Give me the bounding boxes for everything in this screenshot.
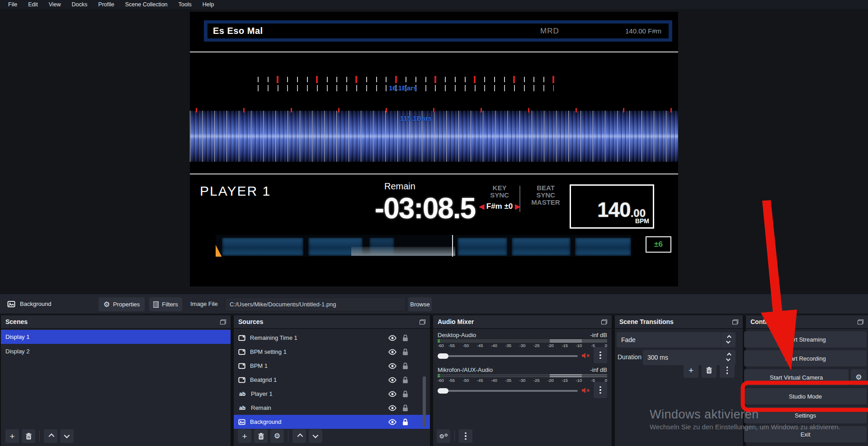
volume-slider-handle[interactable] (438, 353, 448, 359)
settings-button[interactable]: Settings (744, 407, 867, 423)
trash-icon (26, 433, 32, 440)
transition-select[interactable]: Fade (617, 332, 736, 347)
window-capture-icon (238, 362, 245, 370)
source-row[interactable]: ab Remain (234, 401, 430, 415)
source-down-button[interactable] (309, 429, 322, 443)
add-scene-button[interactable]: + (5, 429, 19, 443)
popout-icon[interactable] (420, 319, 425, 324)
advanced-audio-button[interactable]: ⚙⚙ (437, 429, 450, 443)
popout-icon[interactable] (732, 319, 738, 324)
dock-area: Scenes Display 1 Display 2 + (0, 315, 868, 446)
scene-up-button[interactable] (44, 429, 57, 443)
virtual-camera-settings-button[interactable]: ⚙ (851, 369, 867, 385)
mute-icon[interactable] (581, 352, 590, 359)
visibility-eye-icon[interactable] (388, 405, 397, 411)
gear-icon: ⚙ (104, 301, 110, 308)
source-properties-button[interactable]: ⚙ (270, 429, 284, 443)
beat-sync-label: BEAT SYNC MASTER (521, 184, 571, 206)
track-label: MRD (540, 27, 559, 36)
source-row[interactable]: BPM setting 1 (234, 345, 430, 359)
volume-slider-handle[interactable] (438, 388, 448, 394)
window-capture-icon (238, 334, 245, 342)
studio-mode-button[interactable]: Studio Mode (744, 388, 867, 404)
time-mode-label: Remain (384, 181, 415, 192)
source-row[interactable]: ab Player 1 (234, 387, 430, 401)
browse-button[interactable]: Browse (408, 297, 432, 311)
controls-panel: Controls Start Streaming Start Recording… (746, 315, 868, 446)
menu-bar: File Edit View Docks Profile Scene Colle… (0, 0, 868, 9)
lock-icon[interactable] (402, 390, 408, 398)
volume-meter (438, 374, 607, 376)
add-transition-button[interactable]: + (684, 363, 698, 378)
sources-header: Sources (234, 315, 430, 329)
mute-icon[interactable] (581, 387, 590, 394)
duration-label: Duration (618, 353, 642, 361)
source-row[interactable]: Remaining Time 1 (234, 331, 430, 345)
visibility-eye-icon[interactable] (388, 335, 397, 341)
visibility-eye-icon[interactable] (388, 349, 397, 355)
bpm-unit: BPM (635, 217, 649, 225)
scene-down-button[interactable] (60, 429, 74, 443)
channel-menu-button[interactable] (594, 347, 607, 363)
menu-help[interactable]: Help (198, 0, 219, 9)
properties-button[interactable]: ⚙ Properties (99, 297, 145, 311)
mixer-menu-button[interactable] (459, 429, 472, 443)
start-virtual-camera-button[interactable]: Start Virtual Camera (744, 369, 849, 385)
popout-icon[interactable] (220, 319, 226, 324)
volume-slider[interactable] (438, 390, 578, 392)
remove-scene-button[interactable] (22, 429, 35, 443)
menu-file[interactable]: File (4, 0, 22, 9)
menu-scene-collection[interactable]: Scene Collection (121, 0, 172, 9)
remove-source-button[interactable] (254, 429, 268, 443)
exit-button[interactable]: Exit (744, 426, 867, 442)
popout-icon[interactable] (601, 319, 607, 324)
channel-menu-button[interactable] (594, 382, 607, 398)
preview-canvas[interactable]: Es Eso Mal MRD 140.00 F#m 16.1Bars 115.1… (190, 12, 678, 286)
menu-view[interactable]: View (44, 0, 66, 9)
lock-icon[interactable] (402, 362, 408, 370)
source-up-button[interactable] (292, 429, 306, 443)
volume-slider[interactable] (438, 355, 578, 357)
menu-edit[interactable]: Edit (24, 0, 42, 9)
add-source-button[interactable]: + (238, 429, 251, 443)
menu-profile[interactable]: Profile (94, 0, 118, 9)
filter-icon (153, 301, 159, 308)
start-streaming-button[interactable]: Start Streaming (744, 331, 867, 347)
track-overview-strip (216, 235, 631, 257)
channel-level: -inf dB (590, 332, 607, 338)
volume-meter (438, 341, 607, 343)
transition-menu-button[interactable] (720, 363, 735, 378)
visibility-eye-icon[interactable] (388, 377, 397, 383)
sources-scrollbar[interactable] (423, 376, 426, 427)
image-path-input[interactable]: C:/Users/Mike/Documents/Untitled-1.png (225, 297, 406, 311)
scene-row-display1[interactable]: Display 1 (1, 330, 231, 344)
start-recording-button[interactable]: Start Recording (744, 350, 867, 366)
visibility-eye-icon[interactable] (388, 391, 397, 397)
audio-mixer-panel: Audio Mixer Desktop-Audio -inf dB -60-55… (433, 315, 612, 446)
scene-row-display2[interactable]: Display 2 (1, 344, 231, 358)
visibility-eye-icon[interactable] (388, 419, 397, 425)
remove-transition-button[interactable] (702, 363, 717, 378)
cue-marker (216, 245, 222, 257)
lock-icon[interactable] (402, 404, 408, 412)
selected-source-name: Background (20, 300, 51, 307)
double-gear-icon: ⚙⚙ (439, 433, 448, 440)
track-header: Es Eso Mal MRD 140.00 F#m (204, 20, 672, 42)
beat-minimap: 16.1Bars (258, 76, 554, 93)
lock-icon-locked[interactable] (402, 418, 408, 426)
menu-docks[interactable]: Docks (67, 0, 92, 9)
lock-icon[interactable] (402, 348, 408, 356)
chevron-down-icon (726, 339, 731, 343)
separator-line (190, 52, 678, 52)
lock-icon[interactable] (402, 334, 408, 342)
filters-button[interactable]: Filters (149, 297, 182, 311)
popout-icon[interactable] (858, 319, 863, 324)
volume-meter (438, 339, 607, 341)
kebab-icon (726, 366, 728, 374)
source-row[interactable]: BPM 1 (234, 359, 430, 373)
source-row[interactable]: Beatgrid 1 (234, 373, 430, 387)
source-row-background[interactable]: Background (234, 415, 430, 429)
menu-tools[interactable]: Tools (174, 0, 196, 9)
lock-icon[interactable] (402, 376, 408, 384)
visibility-eye-icon[interactable] (388, 363, 397, 369)
